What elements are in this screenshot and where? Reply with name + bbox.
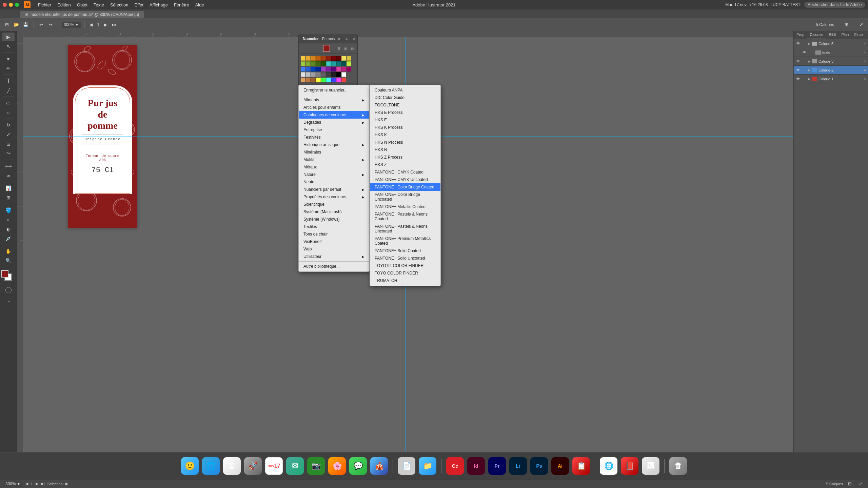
swatch-bright-g[interactable] [321, 78, 326, 82]
swatch-white[interactable] [341, 72, 346, 77]
hand-tool[interactable]: ✋ [2, 247, 15, 256]
sub-hks-k[interactable]: HKS K [370, 131, 440, 139]
swatch-bright-r[interactable] [341, 78, 346, 82]
sub-toyo94[interactable]: TOYO 94 COLOR FINDER [370, 262, 440, 269]
dock-files[interactable]: 📄 [398, 457, 415, 475]
line-tool[interactable]: ╱ [2, 86, 15, 95]
eyedropper-tool[interactable]: 💉 [2, 234, 15, 243]
panel-expand-btn[interactable]: ≫ [336, 36, 342, 42]
menu-effet[interactable]: Effet [132, 2, 146, 8]
cm-neutre[interactable]: Neutre [299, 178, 369, 186]
swatch-cyan-2[interactable] [331, 61, 336, 66]
swatch-bright-c[interactable] [326, 78, 331, 82]
dock-chrome[interactable]: 🌐 [600, 457, 617, 475]
dock-indesign[interactable]: Id [467, 457, 485, 475]
dock-calendar[interactable]: NOV17 [265, 457, 283, 475]
menu-texte[interactable]: Texte [91, 2, 107, 8]
layer-3-lock[interactable] [802, 59, 807, 64]
cm-enregistrer[interactable]: Enregistrer le nuancier... [299, 86, 369, 94]
help-search[interactable]: Rechercher dans l'aide Adobe [804, 2, 865, 8]
column-graph-tool[interactable]: 📊 [2, 184, 15, 192]
layer-5-lock[interactable] [802, 41, 807, 46]
swatch-blue-2[interactable] [306, 67, 311, 72]
zoom-tool[interactable]: 🔍 [2, 256, 15, 265]
dock-facetime[interactable]: 📷 [307, 457, 325, 475]
dock-acrobat2[interactable]: 📕 [621, 457, 638, 475]
grid-view-btn[interactable]: ⊞ [342, 45, 349, 52]
swatch-skin-2[interactable] [306, 78, 311, 82]
sub-pantone-bridge-uncoated[interactable]: PANTONE+ Color Bridge Uncoated [370, 191, 440, 203]
select-tool[interactable]: ▶ [2, 33, 15, 41]
page-nav-next[interactable]: ▶ [103, 22, 108, 27]
artboard-tool[interactable]: ⊞ [2, 193, 15, 202]
status-page-end[interactable]: ▶| [41, 482, 45, 486]
swatch-purple-1[interactable] [321, 67, 326, 72]
swatch-skin-3[interactable] [311, 78, 316, 82]
rect-tool[interactable]: ▭ [2, 99, 15, 107]
cm-nuanciers-defaut[interactable]: Nuanciers par défaut ▶ [299, 186, 369, 193]
layer-1-dots[interactable]: ○ [864, 77, 866, 81]
swatch-red-3[interactable] [331, 56, 336, 61]
list-view-btn[interactable]: ☰ [336, 45, 342, 52]
cm-aliments[interactable]: Aliments ▶ [299, 96, 369, 104]
cm-articles[interactable]: Articles pour enfants [299, 104, 369, 111]
cm-visibone2[interactable]: VisiBone2 [299, 238, 369, 245]
save-btn[interactable]: 💾 [22, 21, 30, 29]
layer-5-dots[interactable]: ○ [864, 42, 866, 45]
gradient-tool[interactable]: ◐ [2, 225, 15, 233]
tab-plan[interactable]: Plan [839, 31, 851, 39]
dock-messages[interactable]: 💬 [349, 457, 367, 475]
warp-tool[interactable]: 〜 [2, 149, 15, 158]
paint-bucket-tool[interactable]: 🪣 [2, 206, 15, 215]
swatch-green-3[interactable] [311, 61, 316, 66]
swatch-pink-1[interactable] [336, 67, 341, 72]
sub-focoltone[interactable]: FOCOLTONE [370, 101, 440, 109]
sub-hks-z[interactable]: HKS Z [370, 161, 440, 168]
layer-1[interactable]: 👁 ▶ Calque 1 ○ [794, 75, 868, 83]
dock-creative-cloud[interactable]: Cc [446, 457, 464, 475]
dock-acrobat[interactable]: 📋 [572, 457, 590, 475]
swatch-gray-7[interactable] [331, 72, 336, 77]
sub-hks-n-process[interactable]: HKS N Process [370, 139, 440, 146]
layer-texte-vis[interactable]: 👁 [802, 50, 807, 55]
close-button[interactable] [3, 3, 7, 7]
swatch-bright-y[interactable] [316, 78, 321, 82]
swatch-orange-1[interactable] [311, 56, 316, 61]
scale-tool[interactable]: ⤢ [2, 130, 15, 139]
rotate-tool[interactable]: ↻ [2, 121, 15, 129]
zoom-dropdown[interactable]: 300% ▼ [62, 22, 81, 28]
sub-hks-e-process[interactable]: HKS E Process [370, 109, 440, 116]
sub-hks-e[interactable]: HKS E [370, 116, 440, 124]
cm-scientifique[interactable]: Scientifique [299, 201, 369, 208]
cm-proprietes[interactable]: Propriétés des couleurs ▶ [299, 193, 369, 201]
status-fullscreen-btn[interactable]: ⤢ [856, 480, 865, 488]
layer-5-vis[interactable]: 👁 [796, 41, 801, 46]
swatch-orange-2[interactable] [316, 56, 321, 61]
menu-objet[interactable]: Objet [74, 2, 90, 8]
sub-pantone-premium[interactable]: PANTONE+ Premium Metallics Coated [370, 235, 440, 247]
cm-textiles[interactable]: Textiles [299, 223, 369, 230]
none-color[interactable] [5, 287, 12, 293]
layer-texte-lock[interactable] [808, 50, 813, 55]
new-doc-btn[interactable]: ⊞ [3, 21, 11, 29]
transform-tool[interactable]: ⊡ [2, 140, 15, 148]
tab-bibli[interactable]: Bibli [826, 31, 839, 39]
tab-expo[interactable]: Expo [851, 31, 865, 39]
swatch-black[interactable] [336, 72, 341, 77]
fg-color-display[interactable] [323, 45, 330, 52]
view3-btn[interactable]: ⊟ [349, 45, 355, 52]
cm-tons-chair[interactable]: Tons de chair [299, 230, 369, 238]
layer-3[interactable]: 👁 ▶ Calque 3 ○ [794, 57, 868, 66]
layer-texte-dots[interactable]: ○ [864, 50, 866, 54]
sub-hks-z-process[interactable]: HKS Z Process [370, 154, 440, 161]
doc-tab[interactable]: ● modèle étiquette jus de pomme.ai* @ 30… [20, 11, 144, 18]
swatch-gray-4[interactable] [316, 72, 321, 77]
dock-rocket[interactable]: 🚀 [244, 457, 262, 475]
tab-coul[interactable]: Coul [866, 31, 868, 39]
fg-color-swatch[interactable] [1, 270, 8, 278]
sub-pantone-solid-coated[interactable]: PANTONE+ Solid Coated [370, 247, 440, 255]
dock-illustrator[interactable]: Ai [551, 457, 569, 475]
open-btn[interactable]: 📂 [12, 21, 20, 29]
text-tool[interactable]: T [2, 77, 15, 85]
swatch-gray-1[interactable] [301, 72, 305, 77]
